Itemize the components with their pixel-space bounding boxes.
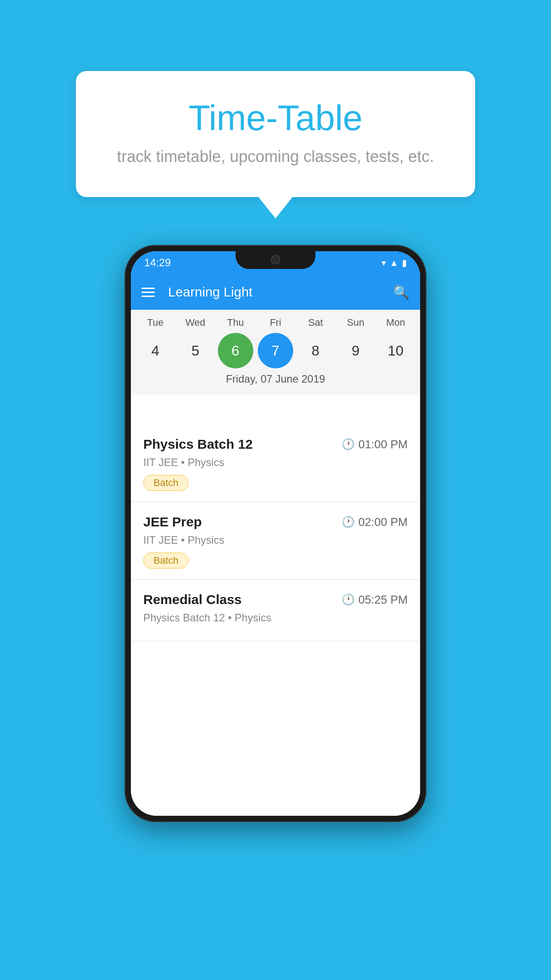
event-card-jee-prep[interactable]: JEE Prep 🕐 02:00 PM IIT JEE • Physics Ba… [131,502,420,580]
event-card-physics-batch[interactable]: Physics Batch 12 🕐 01:00 PM IIT JEE • Ph… [131,424,420,502]
day-7-selected[interactable]: 7 [258,333,293,368]
event-title-1: Physics Batch 12 [143,437,253,452]
day-label-tue: Tue [138,317,173,328]
speech-bubble: Time-Table track timetable, upcoming cla… [76,71,475,197]
event-time-value-3: 05:25 PM [358,593,408,607]
power-button [425,352,426,387]
event-sub-2: IIT JEE • Physics [143,534,408,546]
event-header-1: Physics Batch 12 🕐 01:00 PM [143,437,408,452]
event-time-2: 🕐 02:00 PM [342,515,408,529]
day-10[interactable]: 10 [378,333,413,368]
event-sub-3: Physics Batch 12 • Physics [143,612,408,624]
bubble-pointer [258,196,293,218]
calendar-section: Tue Wed Thu Fri Sat Sun Mon 4 5 6 7 8 9 … [131,310,420,395]
day-label-mon: Mon [378,317,413,328]
volume-up-button [125,334,126,360]
selected-date-label: Friday, 07 June 2019 [131,373,420,385]
clock-icon-1: 🕐 [342,438,355,450]
day-label-sat: Sat [298,317,333,328]
phone-screen: 14:29 ▾ ▲ ▮ Learning Light 🔍 [131,251,420,816]
event-time-value-2: 02:00 PM [358,515,408,529]
status-time: 14:29 [144,257,171,269]
day-5[interactable]: 5 [177,333,213,368]
event-sub-1: IIT JEE • Physics [143,456,408,469]
event-header-2: JEE Prep 🕐 02:00 PM [143,514,408,530]
event-title-3: Remedial Class [143,592,242,607]
day-headers: Tue Wed Thu Fri Sat Sun Mon [131,317,420,328]
hamburger-menu-icon[interactable] [142,288,155,297]
bubble-subtitle: track timetable, upcoming classes, tests… [111,147,440,166]
speech-bubble-section: Time-Table track timetable, upcoming cla… [76,71,475,218]
clock-icon-3: 🕐 [342,593,355,606]
batch-tag-2: Batch [143,553,189,569]
event-title-2: JEE Prep [143,514,202,530]
day-label-thu: Thu [218,317,253,328]
bubble-title: Time-Table [111,98,440,138]
wifi-icon: ▾ [382,257,386,268]
day-6-today[interactable]: 6 [218,333,253,368]
phone-outer: 14:29 ▾ ▲ ▮ Learning Light 🔍 [125,245,426,822]
batch-tag-1: Batch [143,475,189,491]
day-label-wed: Wed [177,317,213,328]
day-4[interactable]: 4 [138,333,173,368]
status-icons: ▾ ▲ ▮ [382,257,407,268]
event-card-remedial[interactable]: Remedial Class 🕐 05:25 PM Physics Batch … [131,580,420,641]
app-bar: Learning Light 🔍 [131,274,420,310]
event-time-value-1: 01:00 PM [358,438,408,451]
battery-icon: ▮ [402,257,407,268]
front-camera [271,255,280,265]
day-9[interactable]: 9 [338,333,374,368]
event-header-3: Remedial Class 🕐 05:25 PM [143,592,408,607]
phone-notch [236,251,315,269]
day-numbers: 4 5 6 7 8 9 10 [131,333,420,368]
event-time-3: 🕐 05:25 PM [342,593,408,607]
search-icon[interactable]: 🔍 [393,285,409,300]
phone-mockup: 14:29 ▾ ▲ ▮ Learning Light 🔍 [125,245,426,822]
signal-icon: ▲ [390,258,398,268]
events-list: Physics Batch 12 🕐 01:00 PM IIT JEE • Ph… [131,424,420,816]
volume-down-button [125,369,126,396]
day-label-sun: Sun [338,317,374,328]
clock-icon-2: 🕐 [342,516,355,528]
event-time-1: 🕐 01:00 PM [342,438,408,451]
app-title: Learning Light [168,285,384,300]
day-label-fri: Fri [258,317,293,328]
day-8[interactable]: 8 [298,333,333,368]
